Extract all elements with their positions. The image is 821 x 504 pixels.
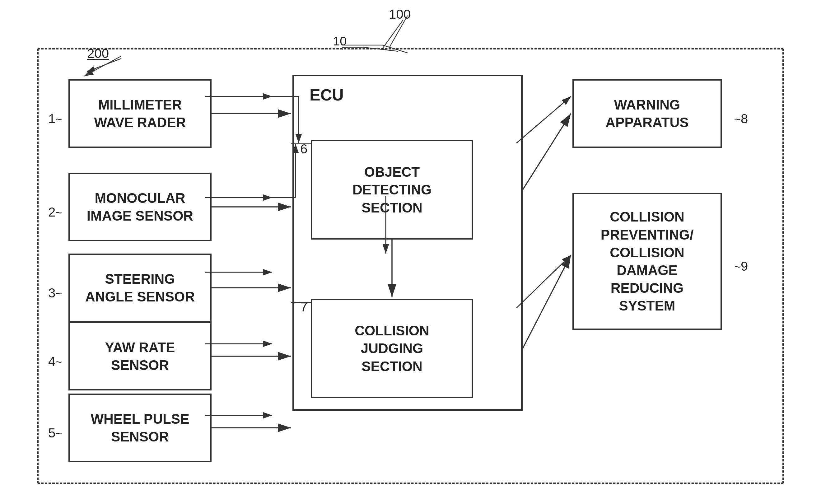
label-200: 200 (87, 46, 109, 61)
sensor-1-label: MILLIMETERWAVE RADER (94, 96, 186, 131)
collision-judging-section: COLLISIONJUDGINGSECTION (311, 299, 473, 398)
collision-judging-label: COLLISIONJUDGINGSECTION (355, 322, 429, 375)
sensor-box-5: WHEEL PULSESENSOR (68, 394, 212, 462)
sensor-3-label: STEERINGANGLE SENSOR (85, 270, 195, 306)
label-7: 7 (300, 300, 307, 315)
sensor-box-4: YAW RATESENSOR (68, 322, 212, 390)
object-detecting-section: OBJECTDETECTINGSECTION (311, 140, 473, 240)
output-9-number: ~9 (734, 259, 748, 274)
sensor-2-number: 2~ (48, 205, 62, 220)
collision-preventing-box: COLLISIONPREVENTING/COLLISIONDAMAGEREDUC… (572, 193, 722, 330)
sensor-box-3: STEERINGANGLE SENSOR (68, 254, 212, 322)
sensor-5-label: WHEEL PULSESENSOR (91, 410, 189, 446)
sensor-2-label: MONOCULARIMAGE SENSOR (87, 189, 193, 225)
sensor-5-number: 5~ (48, 426, 62, 441)
object-detecting-label: OBJECTDETECTINGSECTION (352, 163, 431, 217)
collision-preventing-label: COLLISIONPREVENTING/COLLISIONDAMAGEREDUC… (601, 208, 693, 315)
warning-apparatus-label: WARNINGAPPARATUS (605, 96, 688, 131)
sensor-box-1: MILLIMETERWAVE RADER (68, 79, 212, 148)
label-100: 100 (389, 7, 411, 22)
output-8-number: ~8 (734, 111, 748, 126)
ecu-number-label: 10 (333, 34, 347, 48)
warning-apparatus-box: WARNINGAPPARATUS (572, 79, 722, 148)
svg-line-1 (383, 20, 403, 48)
sensor-box-2: MONOCULARIMAGE SENSOR (68, 173, 212, 241)
sensor-1-number: 1~ (48, 111, 62, 126)
ecu-label: ECU (310, 86, 344, 104)
sensor-4-number: 4~ (48, 354, 62, 369)
label-6: 6 (300, 142, 307, 156)
sensor-3-number: 3~ (48, 286, 62, 301)
sensor-4-label: YAW RATESENSOR (105, 338, 175, 374)
